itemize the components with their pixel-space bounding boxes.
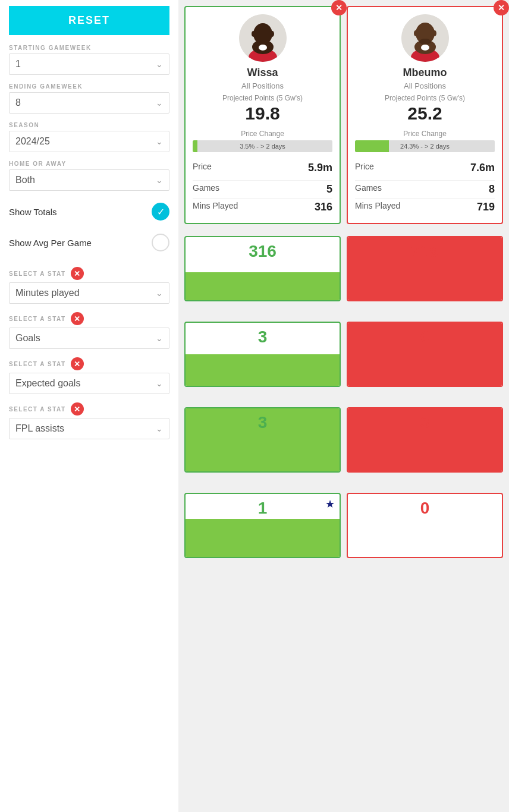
stat2-value: Goals — [15, 333, 40, 344]
star-icon: ★ — [325, 498, 335, 511]
player2-avatar — [401, 14, 449, 62]
stat2-compare-section: 3 6 ★ — [184, 322, 503, 387]
season-value: 2024/25 — [15, 136, 50, 147]
player1-mins-value: 316 — [315, 201, 332, 213]
player1-close-button[interactable]: ✕ — [331, 0, 347, 15]
stat1-label: SELECT A STAT — [9, 270, 66, 277]
player2-games-value: 8 — [489, 183, 495, 196]
player2-price-label: Price — [355, 162, 374, 174]
chevron-down-icon: ⌄ — [156, 59, 163, 69]
svg-point-4 — [252, 31, 255, 37]
chevron-down-icon: ⌄ — [156, 379, 163, 388]
stat3-value: Expected goals — [15, 378, 80, 389]
stat2-label: SELECT A STAT — [9, 316, 66, 322]
show-totals-row: Show Totals ✓ — [9, 199, 169, 224]
player1-price-change-bar: 3.5% - > 2 days — [193, 140, 332, 152]
player1-projected-value: 19.8 — [193, 103, 332, 124]
season-select[interactable]: 2024/25 ⌄ — [9, 131, 169, 152]
home-away-select[interactable]: Both ⌄ — [9, 169, 169, 191]
svg-point-12 — [433, 30, 436, 36]
player2-price-change-bar: 24.3% - > 2 days — [355, 140, 495, 152]
reset-button[interactable]: RESET — [9, 6, 169, 35]
stat4-player1-value: 1 — [258, 499, 268, 518]
player2-price-change-text: 24.3% - > 2 days — [400, 143, 450, 150]
player1-avatar — [239, 14, 287, 62]
player1-games-value: 5 — [326, 183, 332, 196]
stat1-select[interactable]: Minutes played ⌄ — [9, 282, 169, 304]
stat1-player1-fill — [186, 272, 340, 300]
chevron-down-icon: ⌄ — [156, 137, 163, 146]
stat4-select[interactable]: FPL assists ⌄ — [9, 418, 169, 439]
stat4-compare-row: 1 ★ 0 — [184, 493, 503, 558]
stat1-player1-bar: 316 — [184, 236, 341, 301]
player2-games-row: Games 8 — [355, 180, 495, 198]
player2-mins-value: 719 — [477, 201, 495, 213]
stat4-player1-bar: 1 ★ — [184, 493, 341, 558]
player1-price-label: Price — [193, 162, 212, 174]
ending-gw-section: ENDING GAMEWEEK 8 ⌄ — [9, 83, 169, 114]
stat1-compare-section: 316 719 ★ — [184, 236, 503, 301]
player2-projected-value: 25.2 — [355, 103, 495, 124]
starting-gw-section: STARTING GAMEWEEK 1 ⌄ — [9, 45, 169, 75]
stat1-player2-value: 719 — [411, 242, 439, 261]
starting-gw-select[interactable]: 1 ⌄ — [9, 53, 169, 75]
stat2-player2-value: 6 — [420, 328, 430, 347]
player1-mins-row: Mins Played 316 — [193, 198, 332, 216]
player2-price-change-label: Price Change — [355, 130, 495, 138]
show-avg-toggle[interactable] — [152, 234, 169, 251]
stat4-label: SELECT A STAT — [9, 406, 66, 413]
stat3-section: SELECT A STAT ✕ Expected goals ⌄ — [9, 357, 169, 394]
svg-point-14 — [419, 39, 431, 45]
player1-position: All Positions — [193, 81, 332, 90]
svg-point-11 — [414, 30, 417, 36]
player2-position: All Positions — [355, 81, 495, 90]
show-totals-toggle[interactable]: ✓ — [152, 203, 169, 221]
stat3-player1-bar: 3 ★ — [184, 407, 341, 473]
stat3-player1-value: 3 — [258, 413, 268, 432]
stat1-player1-value: 316 — [249, 242, 277, 261]
stat1-section: SELECT A STAT ✕ Minutes played ⌄ — [9, 267, 169, 304]
show-avg-row: Show Avg Per Game — [9, 230, 169, 255]
svg-point-6 — [259, 45, 267, 51]
stat4-remove-button[interactable]: ✕ — [71, 402, 84, 416]
player1-games-row: Games 5 — [193, 180, 332, 198]
ending-gw-label: ENDING GAMEWEEK — [9, 83, 169, 90]
player2-projected-label: Projected Points (5 Gw's) — [355, 94, 495, 102]
player-cards-row: ✕ — [184, 6, 503, 224]
player1-price-change-text: 3.5% - > 2 days — [240, 143, 285, 150]
player1-mins-label: Mins Played — [193, 201, 238, 213]
player1-games-label: Games — [193, 183, 219, 196]
stat2-player2-bar: 6 ★ — [347, 322, 503, 387]
stat4-player1-fill — [186, 519, 340, 557]
stat2-compare-row: 3 6 ★ — [184, 322, 503, 387]
player1-price-change-fill — [193, 140, 197, 152]
svg-point-5 — [271, 31, 274, 37]
stat3-remove-button[interactable]: ✕ — [71, 357, 84, 370]
home-away-value: Both — [15, 175, 35, 185]
svg-point-3 — [253, 23, 272, 45]
stat1-player2-bar: 719 ★ — [347, 236, 503, 301]
stat4-section: SELECT A STAT ✕ FPL assists ⌄ — [9, 402, 169, 439]
stat4-player2-value: 0 — [420, 499, 430, 518]
player2-name: Mbeumo — [355, 67, 495, 79]
stat2-player1-bar: 3 — [184, 322, 341, 387]
stat3-player2-bar: 3 — [347, 407, 503, 473]
season-label: SEASON — [9, 122, 169, 128]
ending-gw-select[interactable]: 8 ⌄ — [9, 92, 169, 114]
player1-projected-label: Projected Points (5 Gw's) — [193, 94, 332, 102]
player1-price-value: 5.9m — [308, 162, 332, 174]
stat2-select[interactable]: Goals ⌄ — [9, 328, 169, 349]
stat1-compare-row: 316 719 ★ — [184, 236, 503, 301]
stat4-player2-bar: 0 — [347, 493, 503, 558]
player2-close-button[interactable]: ✕ — [494, 0, 509, 15]
stat2-remove-button[interactable]: ✕ — [71, 312, 84, 325]
chevron-down-icon: ⌄ — [156, 288, 163, 298]
player2-card: ✕ Mbeumo All Positions — [347, 6, 503, 224]
stat1-remove-button[interactable]: ✕ — [71, 267, 84, 280]
player1-price-row: Price 5.9m — [193, 158, 332, 180]
checkmark-icon: ✓ — [157, 206, 165, 218]
stat3-select[interactable]: Expected goals ⌄ — [9, 373, 169, 394]
show-totals-label: Show Totals — [9, 207, 57, 217]
chevron-down-icon: ⌄ — [156, 98, 163, 108]
stat3-player2-value: 3 — [420, 413, 430, 432]
